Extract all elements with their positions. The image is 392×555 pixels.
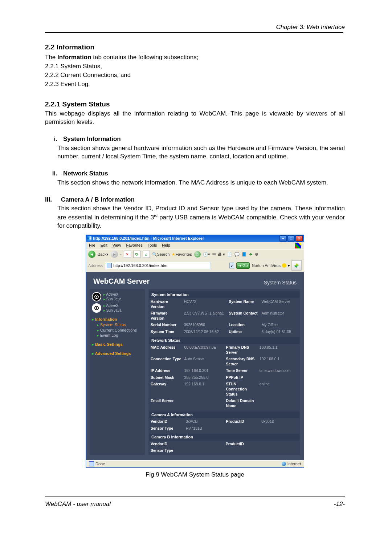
sidebar-item-basic-settings[interactable]: Basic Settings (92, 342, 143, 347)
mail-button[interactable]: ✉ (212, 252, 216, 257)
section-network-status: Network Status (149, 337, 299, 344)
address-label: Address (88, 263, 103, 268)
title-bar[interactable]: http://192.168.0.201/index.htm - Microso… (86, 235, 304, 242)
edit-button[interactable]: 📄 (227, 252, 232, 257)
sidebar-item-system-status[interactable]: System Status (92, 322, 143, 328)
media-button[interactable]: ♫ (194, 251, 201, 258)
menu-tools[interactable]: Tools (148, 243, 157, 248)
main-panel: System Information Hardware VersionHCV72… (148, 289, 300, 455)
footer-left: WebCAM - user manual (45, 500, 111, 509)
sidebar-item-current-connections[interactable]: Current Connections (92, 328, 143, 333)
print-button[interactable]: 🖶 ▾ (218, 252, 225, 257)
discuss-button[interactable]: 💬 (234, 252, 240, 257)
favorites-button[interactable]: ★ Favorites (172, 252, 192, 257)
ie-logo-icon (87, 236, 91, 240)
window-title: http://192.168.0.201/index.htm - Microso… (93, 236, 204, 241)
address-value: http://192.168.0.201/index.htm (113, 263, 167, 268)
stop-button[interactable]: × (124, 251, 131, 258)
figure-caption: Fig.9 WebCAM System Status page (45, 471, 345, 479)
address-bar-row: Address http://192.168.0.201/index.htm v… (86, 259, 304, 272)
menu-help[interactable]: Help (162, 243, 170, 248)
menu-view[interactable]: View (113, 243, 121, 248)
search-button[interactable]: 🔍 Search (152, 252, 170, 257)
norton-label[interactable]: Norton AntiVirus (252, 263, 281, 268)
address-drop-icon[interactable]: v (229, 263, 234, 269)
rule-top (45, 32, 343, 33)
toolbar: ◄ Back ▾ ► · × ↻ ⌂ 🔍 Search ★ Favorites … (86, 249, 304, 259)
norton-icon[interactable] (282, 263, 286, 268)
status-done: Done (95, 461, 105, 467)
page-done-icon (89, 461, 94, 466)
h-2-2-1: 2.2.1 System Status (45, 100, 345, 109)
refresh-button[interactable]: ↻ (133, 251, 140, 258)
section-system-information: System Information (149, 291, 299, 298)
camera-b-icon (92, 303, 101, 313)
section-camera-a: Camera A Information (149, 412, 299, 418)
li-3: 2.2.3 Event Log. (45, 80, 345, 89)
page-title: WebCAM Server (93, 276, 150, 286)
webcam-page: WebCAM Server System Status ActiveX Sun … (86, 272, 304, 460)
ii-num: ii. (45, 170, 63, 178)
sidebar-item-information[interactable]: Information (92, 317, 143, 322)
h-ii: ii. Network Status (45, 170, 345, 178)
menu-file[interactable]: File (89, 243, 95, 248)
globe-icon (282, 462, 286, 466)
sep: · (120, 252, 121, 257)
assistant-icon[interactable]: 🧩 (291, 260, 302, 271)
minimize-button[interactable]: – (279, 235, 287, 242)
p-i: This section shows general hardware info… (57, 144, 345, 161)
camera-b-block[interactable]: ActiveX Sun Java (92, 303, 143, 313)
h-2-2: 2.2 Information (45, 42, 345, 52)
history-button[interactable]: 🕓▾ (203, 252, 210, 257)
sidebar-item-event-log[interactable]: Event Log (92, 333, 143, 338)
cam-a-sunjava[interactable]: Sun Java (103, 297, 121, 302)
table-network-status: MAC Address00:03:EA:03:97:8EPrimary DNS … (149, 344, 299, 409)
norton-drop-icon[interactable]: ▾ (288, 263, 290, 268)
close-button[interactable]: × (295, 235, 303, 242)
cam-b-activex[interactable]: ActiveX (103, 303, 121, 308)
camera-a-icon (92, 292, 101, 301)
status-zone: Internet (287, 461, 301, 467)
chapter-header: Chapter 3: Web Interface (45, 23, 345, 32)
section-camera-b: Camera B Information (149, 434, 299, 441)
camera-a-block[interactable]: ActiveX Sun Java (92, 292, 143, 302)
footer-right: -12- (334, 500, 345, 509)
research-button[interactable]: 📘 (242, 252, 247, 257)
i-head: System Information (63, 135, 121, 143)
menu-edit[interactable]: Edit (101, 243, 107, 248)
iii-num: iii. (45, 196, 61, 204)
h-iii: iii. Camera A / B Information (45, 196, 345, 204)
cam-a-activex[interactable]: ActiveX (103, 292, 121, 297)
maximize-button[interactable]: □ (287, 235, 295, 242)
sidebar-item-advanced-settings[interactable]: Advanced Settings (92, 351, 143, 356)
li-1: 2.2.1 System Status, (45, 62, 345, 71)
status-bar: Done Internet (86, 460, 304, 467)
menu-favorites[interactable]: Favorites (126, 243, 142, 248)
sup-rd: rd (154, 213, 158, 218)
extra-button[interactable]: ⚙ (255, 252, 258, 257)
table-system-information: Hardware VersionHCV72System NameWebCAM S… (149, 298, 299, 335)
sidebar: ActiveX Sun Java ActiveX Sun Java (90, 289, 145, 455)
go-button[interactable]: ➔ Go (236, 262, 250, 269)
li-2: 2.2.2 Current Connections, and (45, 71, 345, 80)
messenger-button[interactable]: ☘ (249, 252, 253, 257)
address-input[interactable]: http://192.168.0.201/index.htm (105, 262, 210, 270)
back-label[interactable]: Back ▾ (98, 252, 109, 257)
ie-window: http://192.168.0.201/index.htm - Microso… (86, 235, 304, 468)
menubar[interactable]: File Edit View Favorites Tools Help (86, 242, 304, 249)
i-num: i. (45, 135, 63, 143)
home-button[interactable]: ⌂ (143, 251, 150, 258)
intro-bold: Information (57, 54, 91, 61)
page-subtitle: System Status (264, 279, 297, 286)
iii-head: Camera A / B Information (61, 196, 135, 204)
back-button[interactable]: ◄ (88, 251, 95, 258)
svg-point-3 (96, 307, 97, 309)
cam-b-sunjava[interactable]: Sun Java (103, 308, 121, 313)
intro-line: The Information tab contains the followi… (45, 53, 345, 62)
forward-button[interactable]: ► (111, 251, 118, 258)
h-i: i. System Information (45, 135, 345, 143)
p-ii: This section shows the network informati… (57, 179, 345, 187)
p-iii: This section shows the Vendor ID, Produc… (57, 204, 345, 230)
footer: WebCAM - user manual -12- (45, 497, 345, 509)
ii-head: Network Status (63, 170, 108, 178)
